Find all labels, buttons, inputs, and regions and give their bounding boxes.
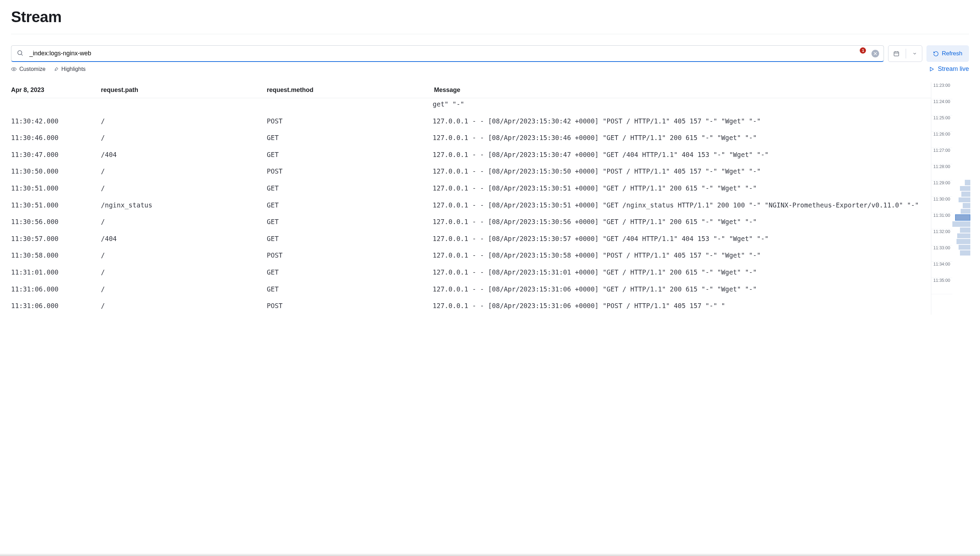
table-row[interactable]: get" "-" <box>11 96 931 113</box>
cell-message: 127.0.0.1 - - [08/Apr/2023:15:30:51 +000… <box>433 184 931 193</box>
col-path[interactable]: request.path <box>101 86 267 94</box>
customize-link[interactable]: Customize <box>11 66 46 72</box>
svg-point-0 <box>18 50 22 55</box>
stream-live-button[interactable]: Stream live <box>929 65 969 73</box>
table-row[interactable]: 11:31:06.000/GET127.0.0.1 - - [08/Apr/20… <box>11 281 931 298</box>
timeline-tick: 11:29:00 <box>931 181 953 197</box>
divider <box>11 34 969 34</box>
svg-line-1 <box>21 54 23 56</box>
cell-method: GET <box>267 234 433 243</box>
cell-timestamp: 11:30:57.000 <box>11 234 101 243</box>
svg-point-8 <box>13 68 15 70</box>
cell-method: GET <box>267 284 433 294</box>
table-row[interactable]: 11:30:57.000/404GET127.0.0.1 - - [08/Apr… <box>11 231 931 247</box>
subtoolbar: Customize Highlights Stream live <box>11 65 969 73</box>
cell-method: GET <box>267 150 433 159</box>
cell-path: / <box>101 184 267 193</box>
timeline-sidebar[interactable]: 11:23:0011:24:0011:25:0011:26:0011:27:00… <box>931 82 969 315</box>
refresh-label: Refresh <box>941 50 962 57</box>
cell-timestamp: 11:30:47.000 <box>11 150 101 159</box>
cell-timestamp: 11:31:06.000 <box>11 301 101 310</box>
cell-path: / <box>101 301 267 310</box>
highlights-label: Highlights <box>61 66 86 72</box>
cell-method: GET <box>267 217 433 226</box>
cell-message: 127.0.0.1 - - [08/Apr/2023:15:31:06 +000… <box>433 301 931 310</box>
table-row[interactable]: 11:31:01.000/GET127.0.0.1 - - [08/Apr/20… <box>11 264 931 281</box>
cell-path: / <box>101 166 267 176</box>
cell-message: 127.0.0.1 - - [08/Apr/2023:15:30:57 +000… <box>433 234 931 243</box>
cell-message: 127.0.0.1 - - [08/Apr/2023:15:30:47 +000… <box>433 150 931 159</box>
eye-icon <box>11 66 16 72</box>
calendar-icon <box>893 50 899 57</box>
cell-timestamp: 11:30:58.000 <box>11 251 101 260</box>
spark-segment <box>963 203 970 208</box>
cell-timestamp: 11:30:51.000 <box>11 184 101 193</box>
table-row[interactable]: 11:30:56.000/GET127.0.0.1 - - [08/Apr/20… <box>11 214 931 231</box>
table-row[interactable]: 11:30:42.000/POST127.0.0.1 - - [08/Apr/2… <box>11 113 931 130</box>
cell-method: POST <box>267 166 433 176</box>
log-table: Apr 8, 2023 request.path request.method … <box>11 82 931 315</box>
cell-timestamp: 11:30:42.000 <box>11 116 101 126</box>
page-title: Stream <box>11 8 969 26</box>
cell-path: / <box>101 133 267 142</box>
cell-message: get" "-" <box>433 100 931 109</box>
refresh-icon <box>933 51 939 57</box>
cell-message: 127.0.0.1 - - [08/Apr/2023:15:30:51 +000… <box>433 200 931 210</box>
cell-path: /404 <box>101 150 267 159</box>
date-range-button[interactable] <box>888 45 922 62</box>
spark-segment <box>959 245 970 250</box>
table-row[interactable]: 11:30:51.000/nginx_statusGET127.0.0.1 - … <box>11 197 931 214</box>
play-icon <box>929 66 934 72</box>
highlights-link[interactable]: Highlights <box>54 66 86 72</box>
cell-timestamp: 11:30:51.000 <box>11 200 101 210</box>
cell-path: / <box>101 217 267 226</box>
cell-path: / <box>101 116 267 126</box>
col-date[interactable]: Apr 8, 2023 <box>11 86 101 94</box>
cell-path: / <box>101 284 267 294</box>
cell-message: 127.0.0.1 - - [08/Apr/2023:15:31:01 +000… <box>433 268 931 277</box>
table-row[interactable]: 11:30:58.000/POST127.0.0.1 - - [08/Apr/2… <box>11 247 931 264</box>
cell-message: 127.0.0.1 - - [08/Apr/2023:15:30:50 +000… <box>433 166 931 176</box>
timeline-tick: 11:32:00 <box>931 229 953 246</box>
cell-timestamp: 11:30:56.000 <box>11 217 101 226</box>
cell-method: GET <box>267 133 433 142</box>
chevron-down-icon <box>912 51 917 56</box>
cell-message: 127.0.0.1 - - [08/Apr/2023:15:30:58 +000… <box>433 251 931 260</box>
timeline-tick: 11:30:00 <box>931 197 953 213</box>
refresh-button[interactable]: Refresh <box>927 45 969 62</box>
table-row[interactable]: 11:30:47.000/404GET127.0.0.1 - - [08/Apr… <box>11 147 931 163</box>
customize-label: Customize <box>19 66 46 72</box>
spark-segment <box>961 209 970 214</box>
timeline-ticks: 11:23:0011:24:0011:25:0011:26:0011:27:00… <box>931 83 953 315</box>
cell-message: 127.0.0.1 - - [08/Apr/2023:15:30:46 +000… <box>433 133 931 142</box>
spark-segment <box>960 228 970 233</box>
cell-timestamp: 11:30:46.000 <box>11 133 101 142</box>
timeline-tick: 11:31:00 <box>931 213 953 229</box>
cell-method: POST <box>267 301 433 310</box>
cell-timestamp: 11:30:50.000 <box>11 166 101 176</box>
cell-method: GET <box>267 268 433 277</box>
cell-message: 127.0.0.1 - - [08/Apr/2023:15:30:56 +000… <box>433 217 931 226</box>
cell-path: /nginx_status <box>101 200 267 210</box>
clear-search-button[interactable] <box>872 50 879 57</box>
search-input[interactable] <box>11 45 884 62</box>
cell-method: GET <box>267 184 433 193</box>
cell-path: / <box>101 268 267 277</box>
col-message[interactable]: Message <box>433 86 931 94</box>
table-row[interactable]: 11:31:06.000/POST127.0.0.1 - - [08/Apr/2… <box>11 298 931 315</box>
col-method[interactable]: request.method <box>267 86 433 94</box>
timeline-tick: 11:34:00 <box>931 262 953 278</box>
timeline-tick: 11:24:00 <box>931 99 953 115</box>
table-body: get" "-"11:30:42.000/POST127.0.0.1 - - [… <box>11 96 931 315</box>
table-row[interactable]: 11:30:46.000/GET127.0.0.1 - - [08/Apr/20… <box>11 130 931 147</box>
cell-timestamp: 11:31:01.000 <box>11 268 101 277</box>
table-row[interactable]: 11:30:50.000/POST127.0.0.1 - - [08/Apr/2… <box>11 163 931 180</box>
highlight-icon <box>54 66 59 72</box>
cell-method: POST <box>267 116 433 126</box>
table-row[interactable]: 11:30:51.000/GET127.0.0.1 - - [08/Apr/20… <box>11 180 931 197</box>
spark-segment <box>960 251 970 255</box>
svg-rect-4 <box>894 52 899 56</box>
toolbar: 1 Refresh <box>11 45 969 62</box>
svg-marker-9 <box>930 67 933 71</box>
spark-segment <box>961 192 970 197</box>
